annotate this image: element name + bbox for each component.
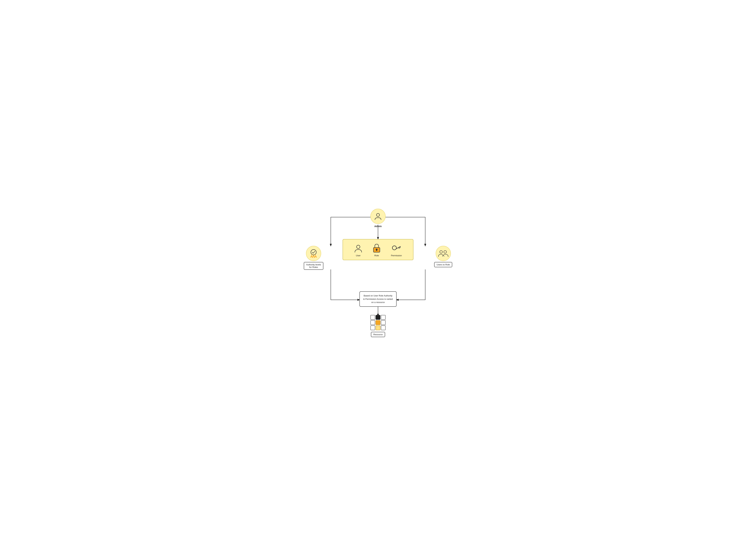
- users-role-icon: [438, 249, 449, 258]
- admin-node: Admin: [370, 209, 386, 228]
- rbac-permission-item: Permission: [391, 244, 402, 257]
- res-r2c3: [381, 320, 386, 325]
- res-r3c2: [376, 325, 380, 330]
- users-role-circle: [436, 246, 451, 261]
- access-text: Based on User Role Authority & Permissio…: [363, 294, 393, 304]
- res-r2c1: [370, 320, 375, 325]
- svg-rect-6: [376, 250, 377, 251]
- role-label: Role: [374, 254, 379, 257]
- rbac-icons-row: User Role: [354, 243, 402, 257]
- access-box: Based on User Role Authority & Permissio…: [359, 291, 397, 307]
- svg-point-12: [440, 251, 442, 253]
- authority-icon: [309, 249, 318, 258]
- permission-icon: [392, 244, 401, 253]
- role-icon: [372, 243, 381, 253]
- res-r1c1: [370, 315, 375, 320]
- resource-grid: [370, 315, 386, 330]
- svg-point-7: [392, 246, 396, 250]
- resource-label: Resource: [371, 332, 385, 337]
- svg-point-3: [357, 245, 360, 249]
- users-role-label: Users to Role: [434, 262, 452, 267]
- admin-label: Admin: [374, 225, 382, 228]
- svg-line-8: [396, 246, 400, 249]
- permission-label: Permission: [391, 254, 402, 257]
- resource-node: Resource: [370, 315, 386, 337]
- svg-point-13: [444, 251, 446, 253]
- res-r2c2: [376, 320, 380, 325]
- res-r1c3: [381, 315, 386, 320]
- admin-circle: [370, 209, 386, 224]
- admin-icon: [374, 212, 382, 221]
- rbac-box: User Role: [343, 239, 413, 260]
- authority-label: Authority levels for Roles: [304, 262, 323, 270]
- res-r3c1: [370, 325, 375, 330]
- users-role-node: Users to Role: [434, 246, 452, 267]
- res-r1c2: [376, 315, 380, 320]
- authority-node: Authority levels for Roles: [304, 246, 323, 270]
- user-label: User: [356, 254, 360, 257]
- authority-circle: [306, 246, 321, 261]
- svg-point-2: [376, 213, 380, 216]
- rbac-role-item: Role: [372, 243, 381, 257]
- user-icon: [354, 244, 362, 253]
- diagram-container: Admin User: [302, 209, 454, 340]
- svg-point-11: [311, 250, 316, 255]
- res-r3c3: [381, 325, 386, 330]
- rbac-user-item: User: [354, 244, 362, 257]
